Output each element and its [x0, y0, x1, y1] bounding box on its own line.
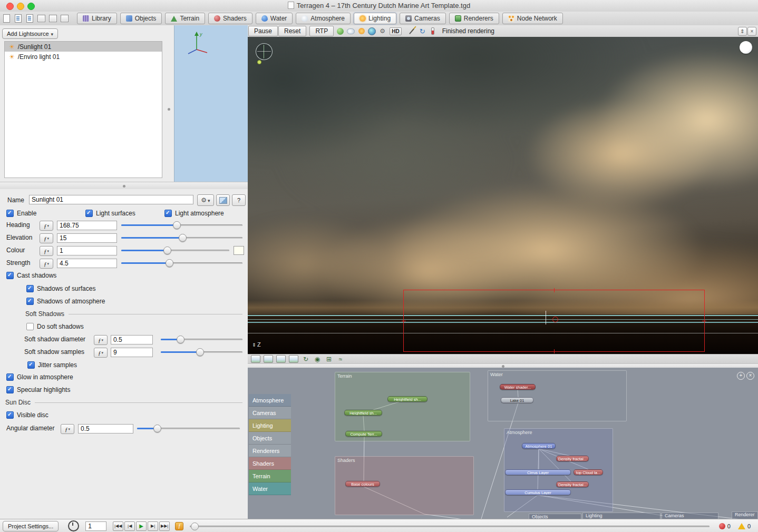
slider-thumb[interactable] — [153, 425, 161, 432]
shadows-of-atmosphere-checkbox[interactable]: Shadows of atmosphere — [26, 297, 105, 306]
save-project-button[interactable] — [24, 13, 35, 24]
colour-input[interactable] — [57, 246, 117, 255]
refresh-render-button[interactable] — [419, 27, 426, 35]
soft-shadow-samples-input[interactable] — [111, 348, 153, 357]
layout-split-button[interactable] — [47, 13, 58, 24]
close-panel-button[interactable]: × — [747, 27, 756, 36]
colour-slider[interactable] — [121, 247, 229, 254]
tab-terrain[interactable]: Terrain — [165, 13, 205, 24]
tab-atmosphere[interactable]: Atmosphere — [296, 13, 351, 24]
new-project-button[interactable] — [1, 13, 12, 24]
heading-fx-button[interactable]: ƒ — [40, 221, 53, 231]
visibility-icon[interactable]: ◉ — [313, 356, 322, 363]
detach-panel-button[interactable]: ⇕ — [738, 27, 747, 36]
node-water-shader[interactable]: Water shader... — [500, 384, 536, 390]
play-button[interactable]: ▶ — [136, 521, 147, 531]
copy-image-2-icon[interactable] — [276, 355, 286, 363]
tab-lighting[interactable]: Lighting — [354, 13, 396, 24]
group-cameras[interactable]: Cameras — [662, 513, 718, 519]
layout-single-button[interactable] — [36, 13, 46, 24]
node-lake[interactable]: Lake 01 — [501, 397, 533, 403]
slider-thumb[interactable] — [163, 247, 171, 254]
node-base-colours[interactable]: Base colours — [345, 481, 380, 487]
light-surfaces-checkbox[interactable]: Light surfaces — [85, 209, 135, 218]
strength-fx-button[interactable]: ƒ — [40, 259, 53, 269]
save-image-2-icon[interactable] — [289, 355, 298, 363]
visible-disc-checkbox[interactable]: Visible disc — [6, 411, 48, 419]
pick-tool-button[interactable] — [408, 27, 416, 35]
gear-menu-button[interactable] — [197, 194, 214, 206]
layout-grid-button[interactable] — [59, 13, 70, 24]
node-atmosphere-01[interactable]: Atmosphere 01 — [522, 443, 556, 449]
error-indicator-icon[interactable] — [719, 523, 725, 529]
preview-3d-panel[interactable]: y — [174, 25, 248, 182]
list-item-enviro-light[interactable]: /Enviro light 01 — [5, 52, 162, 62]
render-viewport[interactable]: Z — [248, 37, 758, 354]
node-cumulus-layer[interactable]: Cumulus Layer — [505, 489, 571, 495]
save-image-icon[interactable] — [264, 355, 273, 363]
project-settings-button[interactable]: Project Settings... — [3, 521, 59, 531]
soft-shadow-diameter-input[interactable] — [111, 335, 153, 344]
group-water[interactable]: Water — [488, 370, 627, 421]
name-input[interactable] — [29, 195, 193, 204]
elevation-fx-button[interactable]: ƒ — [40, 233, 53, 243]
elevation-input[interactable] — [57, 233, 117, 243]
warning-indicator-icon[interactable] — [738, 523, 745, 529]
reset-button[interactable]: Reset — [278, 26, 306, 36]
shadows-of-surfaces-checkbox[interactable]: Shadows of surfaces — [26, 284, 95, 293]
hd-button[interactable]: HD — [390, 27, 401, 35]
node-density-fractal-1[interactable]: Density fractal... — [556, 456, 589, 461]
rtp-button[interactable]: RTP — [309, 26, 334, 36]
soft-shadow-diameter-slider[interactable] — [161, 336, 242, 343]
heading-slider[interactable] — [121, 221, 242, 229]
heading-input[interactable] — [57, 221, 117, 230]
tab-renderers[interactable]: Renderers — [449, 13, 499, 24]
node-cirrus-layer[interactable]: Cirrus Layer — [505, 469, 571, 475]
group-objects[interactable]: Objects — [529, 514, 581, 519]
enable-checkbox[interactable]: Enable — [6, 209, 36, 218]
go-to-end-button[interactable]: ▶▶| — [159, 521, 170, 531]
cast-shadows-checkbox[interactable]: Cast shadows — [6, 271, 56, 280]
slider-thumb[interactable] — [166, 259, 173, 267]
pause-button[interactable]: Pause — [248, 26, 278, 36]
soft-shadow-samples-slider[interactable] — [161, 348, 242, 356]
render-sphere-button[interactable] — [336, 27, 344, 35]
tab-node-network[interactable]: Node Network — [502, 13, 563, 24]
light-atmosphere-checkbox[interactable]: Light atmosphere — [164, 209, 224, 218]
node-network-panel[interactable]: + × Atmosphere Cameras Lighting Objects … — [248, 368, 758, 519]
node-top-cloud-layer[interactable]: top Cloud la... — [574, 469, 603, 475]
frame-number-input[interactable] — [85, 521, 106, 531]
tab-shaders[interactable]: Shaders — [208, 13, 252, 24]
tab-cameras[interactable]: Cameras — [400, 13, 446, 24]
add-lightsource-button[interactable]: Add Lightsource — [2, 28, 58, 39]
clock-icon[interactable] — [68, 520, 79, 531]
node-heightfield-shader[interactable]: Heightfield sh... — [387, 396, 427, 402]
soft-shadow-samples-fx-button[interactable]: ƒ — [94, 348, 108, 358]
list-item-sunlight[interactable]: /Sunlight 01 — [5, 42, 162, 52]
step-forward-button[interactable]: ▶| — [148, 521, 158, 531]
reset-view-icon[interactable]: ↻ — [302, 356, 310, 363]
preview-button[interactable] — [216, 194, 230, 206]
tab-objects[interactable]: Objects — [120, 13, 162, 24]
slider-thumb[interactable] — [173, 221, 181, 229]
render-sun-button[interactable] — [357, 27, 365, 35]
tab-water[interactable]: Water — [256, 13, 293, 24]
go-to-start-button[interactable]: |◀◀ — [113, 521, 123, 531]
slider-thumb[interactable] — [177, 336, 184, 343]
node-density-fractal-2[interactable]: Density fractal... — [556, 481, 589, 487]
open-project-button[interactable] — [13, 13, 23, 24]
strength-input[interactable] — [57, 259, 117, 268]
vertical-splitter[interactable] — [166, 41, 172, 177]
exposure-button[interactable] — [429, 27, 437, 35]
help-button[interactable]: ? — [232, 194, 246, 206]
specular-highlights-checkbox[interactable]: Specular highlights — [6, 386, 70, 394]
frame-auto-icon[interactable]: f — [175, 522, 183, 530]
camera-orientation-gizmo[interactable] — [256, 43, 273, 60]
copy-image-icon[interactable] — [251, 355, 260, 363]
glow-in-atmosphere-checkbox[interactable]: Glow in atmosphere — [6, 373, 73, 381]
navigation-ball[interactable] — [740, 41, 752, 54]
render-cloud-button[interactable] — [347, 27, 355, 35]
node-compute-terrain[interactable]: Compute Terr... — [345, 431, 382, 437]
timeline-slider[interactable] — [190, 523, 710, 530]
render-settings-button[interactable] — [378, 27, 386, 35]
